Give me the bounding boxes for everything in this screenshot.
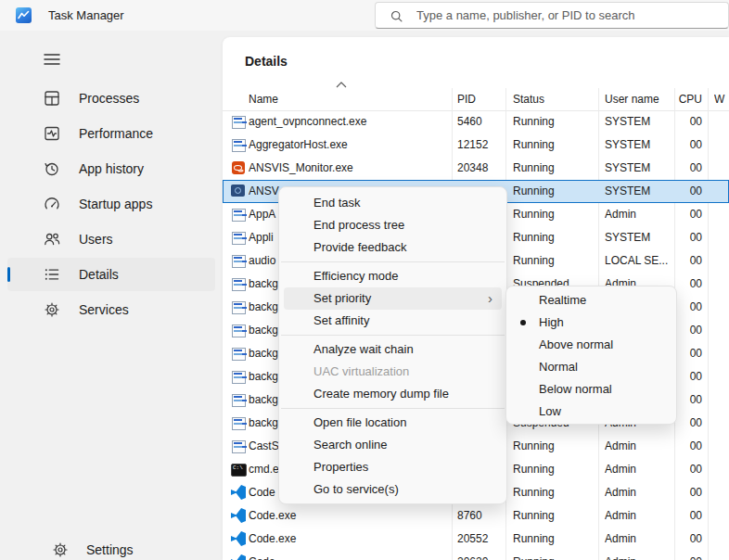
context-menu-item[interactable]: End task › [284,192,502,214]
cell-cpu: 00 [649,157,702,180]
context-menu-item[interactable]: Open file location › [284,412,502,434]
default-icon [231,346,246,361]
menu-separator [281,335,505,336]
process-row[interactable]: Code 20620 Running Admin 00 [223,551,729,560]
column-header-clipped[interactable]: W [714,88,729,110]
default-icon [231,392,246,407]
process-row[interactable]: agent_ovpnconnect.exe 5460 Running SYSTE… [223,110,729,134]
radio-selected-icon [520,320,526,325]
column-header-cpu[interactable]: CPU [649,88,702,110]
default-icon [231,253,246,268]
vscode-icon [231,531,246,546]
cell-name: Code.exe [249,504,449,528]
cell-status: Running [513,110,595,134]
priority-option[interactable]: Below normal [511,378,671,401]
cell-cpu: 00 [649,528,702,551]
default-icon [231,439,246,453]
users-icon [43,230,61,248]
cell-pid: 8760 [457,504,502,528]
cell-status: Running [513,458,595,481]
context-menu-item[interactable]: Create memory dump file › [284,383,502,405]
search-icon [390,9,403,23]
search-input[interactable] [416,3,713,28]
default-icon [231,323,246,337]
cell-pid: 12152 [457,134,502,157]
cell-pid: 20552 [457,528,502,551]
context-menu-item[interactable]: End process tree › [284,214,502,236]
sidebar-item[interactable]: Processes [7,82,215,115]
selected-accent-bar [7,267,10,282]
context-menu-item[interactable]: Provide feedback › [284,236,502,259]
ansvis-icon [231,184,246,198]
cell-status: Running [513,481,595,504]
chevron-right-icon: › [488,287,492,309]
processes-icon [43,89,61,108]
priority-option[interactable]: Normal [511,356,671,378]
details-icon [43,265,61,284]
cell-status: Running [513,134,595,157]
context-menu-item[interactable]: UAC virtualization › [284,361,502,383]
cell-status: Running [513,504,595,528]
column-header-name[interactable]: Name [249,88,278,110]
context-menu: End task › End process tree › Provide fe… [278,186,507,504]
priority-option[interactable]: Realtime [511,289,671,312]
context-menu-item[interactable]: Efficiency mode › [284,265,502,287]
context-menu-item[interactable]: Set priority › [284,287,502,310]
sidebar-item[interactable]: Startup apps [7,187,215,221]
process-row[interactable]: Code.exe 20552 Running Admin 00 [223,528,729,551]
column-header-pid[interactable]: PID [457,88,476,110]
cell-cpu: 00 [649,435,702,458]
cell-status: Running [513,203,595,226]
context-menu-item[interactable]: Go to service(s) › [284,478,502,501]
cell-cpu: 00 [649,504,702,528]
sidebar-item[interactable]: Services [7,293,215,326]
cell-pid: 5460 [457,110,502,134]
sidebar-item[interactable]: App history [7,152,215,185]
process-row[interactable]: Code.exe 8760 Running Admin 00 [223,504,729,528]
search-box[interactable] [375,2,729,29]
vscode-icon [231,485,246,500]
cell-name: ANSVIS_Monitor.exe [249,157,449,180]
sidebar-item[interactable]: Users [7,223,215,256]
column-header-status[interactable]: Status [513,88,544,110]
services-icon [43,300,61,319]
default-icon [231,276,246,291]
default-icon [231,369,246,384]
sidebar-item-settings[interactable]: Settings [15,533,223,560]
cmd-icon [231,462,246,477]
app-history-icon [43,159,61,178]
process-row[interactable]: AggregatorHost.exe 12152 Running SYSTEM … [223,134,729,157]
default-icon [231,114,246,129]
sidebar-item[interactable]: Performance [7,117,215,150]
cell-cpu: 00 [649,458,702,481]
startup-apps-icon [43,195,61,213]
context-menu-item[interactable]: Search online › [284,434,502,456]
hamburger-menu-button[interactable] [37,46,67,72]
performance-icon [43,124,61,143]
cell-status: Running [513,180,595,203]
cell-cpu: 00 [649,249,702,273]
cell-cpu: 00 [649,481,702,504]
cell-name: agent_ovpnconnect.exe [249,110,449,134]
context-menu-item[interactable]: Properties › [284,456,502,478]
cell-status: Running [513,249,595,273]
ansvis-monitor-icon [231,160,246,175]
sidebar-item[interactable]: Details [7,258,215,291]
context-menu-item[interactable]: Set affinity › [284,310,502,332]
cell-cpu: 00 [649,180,702,203]
cell-name: Code.exe [249,528,449,551]
page-title: Details [245,54,288,69]
process-row[interactable]: ANSVIS_Monitor.exe 20348 Running SYSTEM … [223,157,729,180]
cell-status: Running [513,528,595,551]
cell-name: Code [249,551,449,560]
priority-option[interactable]: Low [511,401,671,423]
priority-option[interactable]: Above normal [511,334,671,356]
cell-cpu: 00 [649,203,702,226]
gear-icon [51,541,70,559]
table-header: Name PID Status User name CPU W [223,88,729,110]
task-manager-logo-icon [16,7,32,23]
vscode-icon [231,508,246,523]
priority-option[interactable]: High [511,312,671,334]
context-menu-item[interactable]: Analyze wait chain › [284,338,502,361]
cell-status: Running [513,435,595,458]
